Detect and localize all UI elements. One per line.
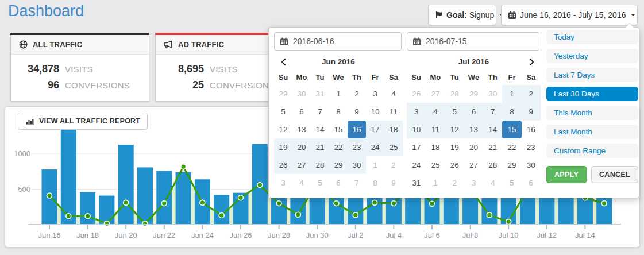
next-month-button[interactable] xyxy=(526,56,537,68)
preset-yesterday[interactable]: Yesterday xyxy=(546,49,638,63)
conversions-point[interactable] xyxy=(124,200,129,205)
calendar-day[interactable]: 30 xyxy=(292,85,311,103)
preset-this-month[interactable]: This Month xyxy=(546,106,638,120)
conversions-point[interactable] xyxy=(601,201,607,206)
goal-dropdown-button[interactable]: Goal: Signup xyxy=(428,5,496,25)
calendar-day[interactable]: 2 xyxy=(445,174,464,192)
cancel-button[interactable]: CANCEL xyxy=(591,166,638,183)
calendar-day[interactable]: 2 xyxy=(522,85,541,103)
calendar-day[interactable]: 15 xyxy=(329,121,348,138)
calendar-day[interactable]: 29 xyxy=(464,85,483,103)
calendar-day-selected[interactable]: 16 xyxy=(348,121,366,138)
calendar-day[interactable]: 29 xyxy=(274,85,292,103)
calendar-day[interactable]: 25 xyxy=(384,138,403,156)
calendar-day[interactable]: 5 xyxy=(502,174,521,192)
calendar-day[interactable]: 6 xyxy=(292,103,311,121)
calendar-day[interactable]: 23 xyxy=(348,138,366,156)
visits-bar[interactable] xyxy=(156,171,172,225)
calendar-day[interactable]: 30 xyxy=(348,156,366,174)
calendar-day[interactable]: 28 xyxy=(483,156,502,174)
calendar-day[interactable]: 2 xyxy=(348,85,366,103)
calendar-day[interactable]: 27 xyxy=(464,156,483,174)
calendar-day[interactable]: 23 xyxy=(522,138,541,156)
calendar-day[interactable]: 20 xyxy=(292,138,311,156)
calendar-day[interactable]: 2 xyxy=(384,156,403,174)
conversions-point[interactable] xyxy=(506,219,511,225)
calendar-day[interactable]: 13 xyxy=(464,121,483,138)
visits-bar[interactable] xyxy=(80,192,95,225)
calendar-day[interactable]: 26 xyxy=(274,156,292,174)
prev-month-button[interactable] xyxy=(277,56,289,68)
conversions-point[interactable] xyxy=(295,212,300,217)
calendar-day[interactable]: 4 xyxy=(483,174,502,192)
calendar-day[interactable]: 31 xyxy=(311,85,329,103)
visits-bar[interactable] xyxy=(137,167,153,225)
conversions-point[interactable] xyxy=(104,221,109,226)
calendar-day[interactable]: 4 xyxy=(292,174,311,192)
calendar-day[interactable]: 6 xyxy=(329,174,348,192)
calendar-day[interactable]: 1 xyxy=(426,174,445,192)
calendar-day[interactable]: 1 xyxy=(329,85,348,103)
visits-bar[interactable] xyxy=(99,196,114,225)
calendar-day[interactable]: 8 xyxy=(329,103,348,121)
calendar-day[interactable]: 21 xyxy=(311,138,329,156)
conversions-point[interactable] xyxy=(238,195,244,200)
calendar-day[interactable]: 5 xyxy=(311,174,329,192)
apply-button[interactable]: APPLY xyxy=(546,166,587,183)
conversions-point[interactable] xyxy=(47,193,52,198)
calendar-day[interactable]: 9 xyxy=(348,103,366,121)
calendar-day[interactable]: 12 xyxy=(274,121,292,138)
calendar-day[interactable]: 24 xyxy=(366,138,384,156)
calendar-day[interactable]: 30 xyxy=(483,85,502,103)
calendar-day[interactable]: 18 xyxy=(384,121,403,138)
calendar-day[interactable]: 16 xyxy=(522,121,541,138)
visits-bar[interactable] xyxy=(176,172,191,225)
conversions-point[interactable] xyxy=(430,201,435,206)
preset-last-30-days[interactable]: Last 30 Days xyxy=(546,87,638,101)
calendar-day[interactable]: 19 xyxy=(274,138,292,156)
conversions-point[interactable] xyxy=(257,183,263,188)
calendar-day[interactable]: 6 xyxy=(464,103,483,121)
calendar-day[interactable]: 26 xyxy=(445,156,464,174)
conversions-point[interactable] xyxy=(85,214,90,219)
calendar-day[interactable]: 22 xyxy=(329,138,348,156)
conversions-point[interactable] xyxy=(487,212,492,218)
conversions-point[interactable] xyxy=(219,213,224,218)
conversions-point[interactable] xyxy=(334,201,339,206)
conversions-point[interactable] xyxy=(353,212,358,218)
visits-bar[interactable] xyxy=(118,145,134,225)
calendar-day[interactable]: 5 xyxy=(445,103,464,121)
calendar-day[interactable]: 27 xyxy=(292,156,311,174)
calendar-day[interactable]: 1 xyxy=(502,85,521,103)
view-all-traffic-report-button[interactable]: VIEW ALL TRAFFIC REPORT xyxy=(18,113,148,130)
calendar-day[interactable]: 17 xyxy=(366,121,384,138)
calendar-day[interactable]: 3 xyxy=(274,174,292,192)
calendar-day[interactable]: 9 xyxy=(384,174,403,192)
calendar-day[interactable]: 12 xyxy=(445,121,464,138)
preset-last-7-days[interactable]: Last 7 Days xyxy=(546,68,638,82)
date-range-button[interactable]: June 16, 2016 - July 15, 2016 xyxy=(501,5,638,25)
calendar-day[interactable]: 21 xyxy=(483,138,502,156)
calendar-day[interactable]: 24 xyxy=(407,156,426,174)
calendar-day-selected[interactable]: 15 xyxy=(502,121,521,138)
calendar-day[interactable]: 28 xyxy=(445,85,464,103)
conversions-point[interactable] xyxy=(372,200,377,205)
calendar-day[interactable]: 3 xyxy=(366,85,384,103)
calendar-day[interactable]: 26 xyxy=(407,85,426,103)
calendar-day[interactable]: 19 xyxy=(445,138,464,156)
calendar-day[interactable]: 29 xyxy=(329,156,348,174)
calendar-day[interactable]: 31 xyxy=(407,174,426,192)
calendar-day[interactable]: 25 xyxy=(426,156,445,174)
start-date-input[interactable] xyxy=(293,37,385,46)
conversions-point[interactable] xyxy=(391,201,396,206)
calendar-day[interactable]: 4 xyxy=(426,103,445,121)
conversions-point[interactable] xyxy=(200,200,205,205)
calendar-day[interactable]: 29 xyxy=(502,156,521,174)
calendar-day[interactable]: 18 xyxy=(426,138,445,156)
calendar-day[interactable]: 8 xyxy=(366,174,384,192)
calendar-day[interactable]: 3 xyxy=(407,103,426,121)
calendar-day[interactable]: 11 xyxy=(426,121,445,138)
conversions-point[interactable] xyxy=(276,201,281,206)
calendar-day[interactable]: 30 xyxy=(522,156,541,174)
calendar-day[interactable]: 6 xyxy=(522,174,541,192)
